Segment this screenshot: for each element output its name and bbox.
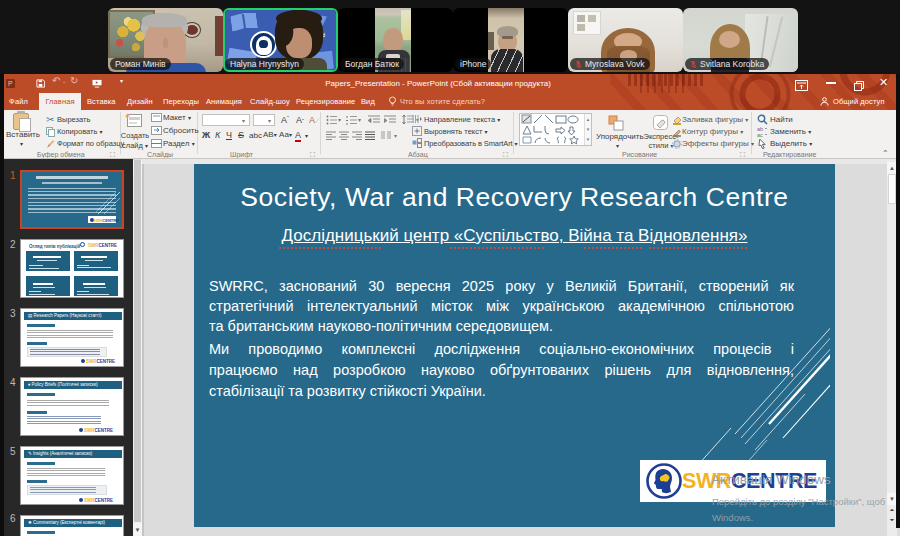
svg-text:ac: ac — [757, 132, 763, 138]
